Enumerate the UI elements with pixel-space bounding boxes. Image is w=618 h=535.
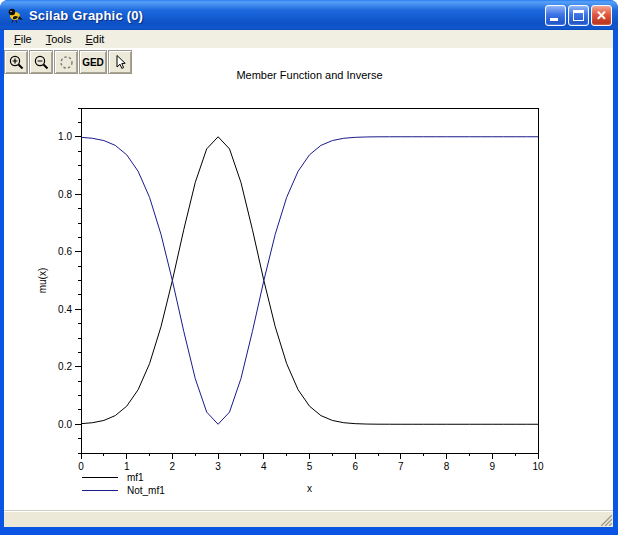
legend-line-mf1 — [82, 477, 118, 478]
minimize-icon — [550, 18, 558, 21]
x-tick-label: 4 — [261, 461, 267, 472]
curve-mf1 — [81, 137, 538, 425]
scilab-bird-icon — [6, 6, 24, 24]
x-tick-label: 7 — [398, 461, 404, 472]
x-tick-label: 9 — [490, 461, 496, 472]
menu-file[interactable]: File — [7, 32, 39, 46]
scilab-graphic-window: Scilab Graphic (0) ✕ File Tools Edit 012… — [0, 0, 618, 535]
x-tick-label: 3 — [215, 461, 221, 472]
graphics-toolbar: GED — [4, 50, 132, 74]
zoom-out-icon — [33, 54, 50, 71]
figure-canvas: 0123456789100.00.20.40.60.81.0 Member Fu… — [4, 48, 613, 510]
x-tick-label: 8 — [444, 461, 450, 472]
legend-label-mf1: mf1 — [127, 472, 144, 483]
pointer-button[interactable] — [108, 50, 132, 74]
maximize-icon — [573, 10, 584, 21]
y-tick-label: 0.4 — [58, 304, 72, 315]
y-axis-label: mu(x) — [37, 251, 50, 311]
menu-bar: File Tools Edit — [4, 30, 613, 48]
legend-line-not-mf1 — [82, 490, 118, 491]
y-tick-label: 0.8 — [58, 189, 72, 200]
zoom-in-button[interactable] — [4, 50, 28, 74]
y-tick-label: 0.2 — [58, 361, 72, 372]
x-tick-label: 2 — [170, 461, 176, 472]
chart-plot-area: 0123456789100.00.20.40.60.81.0 — [4, 48, 613, 510]
zoom-out-button[interactable] — [29, 50, 53, 74]
rotate-button[interactable] — [54, 50, 78, 74]
zoom-in-icon — [8, 54, 25, 71]
resize-grip[interactable] — [599, 513, 612, 526]
rotate-icon — [58, 54, 75, 71]
maximize-button[interactable] — [568, 5, 589, 26]
ged-button[interactable]: GED — [79, 50, 107, 74]
close-icon: ✕ — [592, 6, 611, 25]
window-title: Scilab Graphic (0) — [29, 8, 543, 23]
minimize-button[interactable] — [545, 5, 566, 26]
y-tick-label: 0.6 — [58, 246, 72, 257]
y-tick-label: 1.0 — [58, 131, 72, 142]
legend-item-not-mf1: Not_mf1 — [82, 484, 165, 497]
x-tick-label: 10 — [532, 461, 544, 472]
chart-legend: mf1 Not_mf1 — [82, 471, 165, 497]
pointer-icon — [112, 54, 129, 71]
legend-item-mf1: mf1 — [82, 471, 165, 484]
menu-edit[interactable]: Edit — [78, 32, 111, 46]
y-tick-label: 0.0 — [58, 419, 72, 430]
ged-label: GED — [82, 57, 104, 68]
title-bar[interactable]: Scilab Graphic (0) ✕ — [0, 0, 618, 30]
curve-Not_mf1 — [81, 137, 538, 425]
x-tick-label: 6 — [352, 461, 358, 472]
plot-box — [81, 108, 538, 453]
chart-title: Member Function and Inverse — [81, 69, 538, 81]
menu-tools[interactable]: Tools — [39, 32, 79, 46]
x-tick-label: 5 — [307, 461, 313, 472]
status-bar — [4, 510, 613, 527]
close-button[interactable]: ✕ — [591, 5, 612, 26]
legend-label-not-mf1: Not_mf1 — [127, 485, 165, 496]
